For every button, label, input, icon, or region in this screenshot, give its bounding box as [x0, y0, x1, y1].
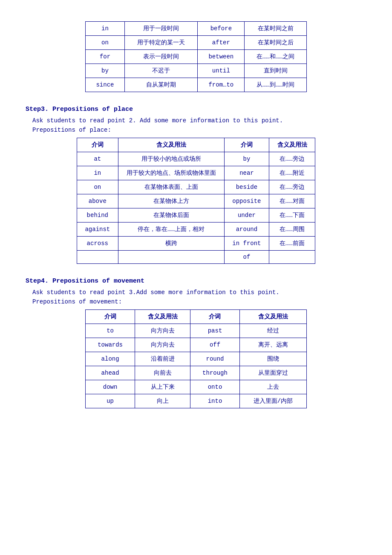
table-row: on用于特定的某一天after在某时间之后 [86, 36, 307, 50]
table-cell: 在某物体上方 [118, 194, 224, 208]
table-cell: 在某时间之前 [245, 22, 307, 36]
table-cell: near [224, 166, 269, 180]
table-cell: into [190, 394, 239, 408]
table-cell: around [224, 223, 269, 237]
table-row: behind在某物体后面under在……下面 [77, 208, 315, 223]
table-cell: on [86, 36, 125, 50]
table-cell: 离开、远离 [240, 338, 307, 352]
table-cell: of [224, 251, 269, 264]
table-row: ahead向前去through从里面穿过 [86, 366, 307, 380]
table-row: at用于较小的地点或场所by在……旁边 [77, 152, 315, 166]
time-section: in用于一段时间before在某时间之前on用于特定的某一天after在某时间之… [26, 21, 366, 92]
table-cell: down [86, 380, 135, 394]
table-row: by不迟于until直到时间 [86, 64, 307, 78]
table-cell: between [198, 50, 245, 64]
table-cell: 在……附近 [269, 166, 315, 180]
table-cell: against [77, 223, 118, 237]
table-cell: 表示一段时间 [124, 50, 197, 64]
table-cell: 上去 [240, 380, 307, 394]
step4-desc1: Ask students to read point 3.Add some mo… [32, 289, 366, 296]
table-cell: 围绕 [240, 352, 307, 366]
table-cell: 沿着前进 [135, 352, 190, 366]
table-cell: in [77, 166, 118, 180]
table-row: towards向方向去off离开、远离 [86, 338, 307, 352]
table-cell: towards [86, 338, 135, 352]
table-cell: before [198, 22, 245, 36]
table-cell: 在……前面 [269, 237, 315, 251]
table-cell: from…to [198, 78, 245, 92]
table-cell: 向方向去 [135, 324, 190, 338]
table-row: for表示一段时间between在……和……之间 [86, 50, 307, 64]
table-cell: 在……下面 [269, 208, 315, 223]
table-row: down从上下来onto上去 [86, 380, 307, 394]
table-row: along沿着前进round围绕 [86, 352, 307, 366]
table-cell: 在某时间之后 [245, 36, 307, 50]
table-cell: 经过 [240, 324, 307, 338]
table-cell: 在……和……之间 [245, 50, 307, 64]
table-header-cell: 含义及用法 [269, 138, 315, 152]
table-cell: 向上 [135, 394, 190, 408]
table-header-row: 介词含义及用法介词含义及用法 [86, 310, 307, 324]
table-cell: 在某物体后面 [118, 208, 224, 223]
table-cell: ahead [86, 366, 135, 380]
table-cell: 用于特定的某一天 [124, 36, 197, 50]
table-cell [269, 251, 315, 264]
table-cell: at [77, 152, 118, 166]
place-table: 介词含义及用法介词含义及用法at用于较小的地点或场所by在……旁边in用于较大的… [77, 138, 315, 264]
step4-desc2: Prepositions of movement: [32, 298, 366, 305]
table-cell: beside [224, 180, 269, 194]
table-cell: behind [77, 208, 118, 223]
table-cell: 自从某时期 [124, 78, 197, 92]
table-cell: 向前去 [135, 366, 190, 380]
table-cell: 用于一段时间 [124, 22, 197, 36]
table-header-cell: 含义及用法 [240, 310, 307, 324]
table-cell: to [86, 324, 135, 338]
table-cell: in front [224, 237, 269, 251]
table-cell: on [77, 180, 118, 194]
table-cell: 在……周围 [269, 223, 315, 237]
table-header-cell: 介词 [77, 138, 118, 152]
table-row: to向方向去past经过 [86, 324, 307, 338]
table-cell: until [198, 64, 245, 78]
table-cell: 在……旁边 [269, 180, 315, 194]
table-cell: 直到时间 [245, 64, 307, 78]
table-cell: 用于较小的地点或场所 [118, 152, 224, 166]
table-cell: onto [190, 380, 239, 394]
table-row: in用于较大的地点、场所或物体里面near在……附近 [77, 166, 315, 180]
table-row: against停在，靠在……上面，相对around在……周围 [77, 223, 315, 237]
table-cell: up [86, 394, 135, 408]
table-cell: since [86, 78, 125, 92]
table-row: across横跨in front在……前面 [77, 237, 315, 251]
table-row: in用于一段时间before在某时间之前 [86, 22, 307, 36]
table-row: of [77, 251, 315, 264]
table-cell: round [190, 352, 239, 366]
table-cell: after [198, 36, 245, 50]
table-row: up向上into进入里面/内部 [86, 394, 307, 408]
table-cell: by [86, 64, 125, 78]
movement-table: 介词含义及用法介词含义及用法to向方向去past经过towards向方向去off… [85, 309, 307, 408]
table-header-cell: 介词 [86, 310, 135, 324]
table-cell: 不迟于 [124, 64, 197, 78]
table-cell: across [77, 237, 118, 251]
table-cell: 进入里面/内部 [240, 394, 307, 408]
step3-section: Step3. Prepositions of place Ask student… [26, 106, 366, 264]
table-cell: under [224, 208, 269, 223]
table-cell: 横跨 [118, 237, 224, 251]
table-cell: 在某物体表面、上面 [118, 180, 224, 194]
table-cell: above [77, 194, 118, 208]
table-cell: along [86, 352, 135, 366]
table-cell [77, 251, 118, 264]
table-row: since自从某时期from…to从……到……时间 [86, 78, 307, 92]
table-cell: off [190, 338, 239, 352]
table-cell: past [190, 324, 239, 338]
table-cell: for [86, 50, 125, 64]
table-cell: 停在，靠在……上面，相对 [118, 223, 224, 237]
table-cell: 用于较大的地点、场所或物体里面 [118, 166, 224, 180]
table-header-cell: 介词 [190, 310, 239, 324]
table-cell: through [190, 366, 239, 380]
table-cell: opposite [224, 194, 269, 208]
table-cell: 在……旁边 [269, 152, 315, 166]
step3-title: Step3. Prepositions of place [26, 106, 366, 113]
table-cell: 从上下来 [135, 380, 190, 394]
table-cell: by [224, 152, 269, 166]
